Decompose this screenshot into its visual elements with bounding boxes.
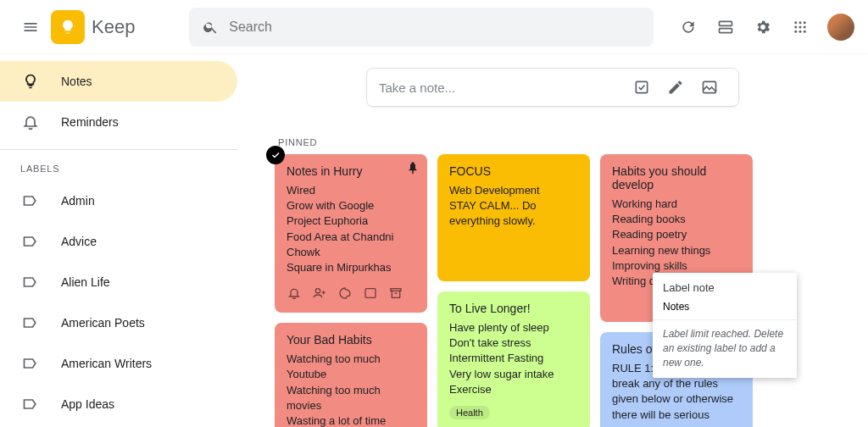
label-search-input[interactable] <box>663 301 790 313</box>
lightbulb-icon <box>20 71 41 92</box>
label-chip[interactable]: Health <box>449 406 490 419</box>
pin-icon[interactable] <box>405 161 420 176</box>
select-check-icon[interactable] <box>266 146 285 164</box>
svg-point-8 <box>794 30 797 32</box>
svg-point-7 <box>804 25 806 28</box>
svg-point-10 <box>804 30 806 32</box>
new-list-icon[interactable] <box>625 70 659 104</box>
list-view-icon[interactable] <box>709 10 743 44</box>
note-title: Your Bad Habits <box>287 333 415 347</box>
sidebar-label: Reminders <box>61 115 119 129</box>
sidebar-label: Alien Life <box>61 275 110 289</box>
sidebar-item-label[interactable]: American Poets <box>0 302 237 343</box>
svg-point-3 <box>799 21 802 24</box>
main-menu-icon[interactable] <box>14 10 47 44</box>
sidebar-item-label[interactable]: Admin <box>0 180 237 221</box>
header-actions <box>671 10 854 44</box>
note-title: Habits you should develop <box>612 164 741 191</box>
sidebar-item-notes[interactable]: Notes <box>0 61 237 102</box>
note-title: Notes in Hurry <box>287 164 415 178</box>
labels-header: LABELS <box>0 150 237 180</box>
search-icon <box>203 19 219 36</box>
note-card[interactable]: Your Bad Habits Watching too much Youtub… <box>275 323 427 427</box>
apps-icon[interactable] <box>783 10 817 44</box>
label-limit-message: Label limit reached. Delete an existing … <box>653 319 797 378</box>
take-note-bar[interactable]: Take a note... <box>366 68 739 107</box>
svg-point-2 <box>794 21 797 24</box>
label-icon <box>20 353 41 374</box>
label-note-popup: Label note Label limit reached. Delete a… <box>653 273 797 378</box>
note-title: FOCUS <box>449 164 578 178</box>
label-popup-title: Label note <box>653 273 797 297</box>
note-card[interactable]: FOCUS Web Development STAY CALM... Do ev… <box>437 154 590 281</box>
note-body: Wired Grow with Google Project Euphoria … <box>287 183 415 275</box>
note-card[interactable]: Notes in Hurry Wired Grow with Google Pr… <box>275 154 427 313</box>
new-image-icon[interactable] <box>693 70 726 104</box>
sidebar-item-label[interactable]: Alien Life <box>0 262 237 302</box>
label-icon <box>20 313 41 333</box>
sidebar-item-reminders[interactable]: Reminders <box>0 102 237 142</box>
archive-icon[interactable] <box>388 286 403 301</box>
note-toolbar <box>287 286 415 301</box>
svg-rect-14 <box>365 289 376 298</box>
sidebar-item-label[interactable]: Advice <box>0 221 237 262</box>
svg-point-6 <box>799 25 802 28</box>
sidebar-label: Notes <box>61 75 92 88</box>
sidebar-label: American Writers <box>61 357 152 370</box>
label-icon <box>20 191 41 211</box>
search-input[interactable] <box>229 19 640 35</box>
sidebar-label: Advice <box>61 235 97 248</box>
refresh-icon[interactable] <box>671 10 705 44</box>
keep-logo[interactable] <box>51 10 85 44</box>
svg-rect-1 <box>720 28 732 32</box>
take-note-placeholder: Take a note... <box>379 80 625 95</box>
svg-rect-15 <box>391 289 401 291</box>
remind-icon[interactable] <box>287 286 302 301</box>
sidebar-item-label[interactable]: App Ideas <box>0 384 237 424</box>
note-title: To Live Longer! <box>449 302 578 315</box>
sidebar-item-label[interactable]: American Writers <box>0 343 237 384</box>
svg-point-4 <box>804 21 806 24</box>
header: Keep <box>0 0 868 54</box>
collaborator-icon[interactable] <box>312 286 327 301</box>
image-icon[interactable] <box>363 286 378 301</box>
app-name: Keep <box>92 16 135 38</box>
note-body: Watching too much Youtube Watching too m… <box>287 352 415 427</box>
main-content: Take a note... PINNED Notes in Hurry Wir… <box>237 54 868 427</box>
label-icon <box>20 394 41 414</box>
note-body: Have plenty of sleep Don't take stress I… <box>449 320 578 397</box>
palette-icon[interactable] <box>337 286 353 301</box>
sidebar-label: App Ideas <box>61 397 114 411</box>
svg-point-5 <box>794 25 797 28</box>
svg-point-9 <box>799 30 802 32</box>
note-card[interactable]: To Live Longer! Have plenty of sleep Don… <box>437 291 590 427</box>
sidebar: Notes Reminders LABELS Admin Advice Alie… <box>0 54 237 427</box>
search-bar[interactable] <box>189 8 654 47</box>
svg-point-13 <box>315 289 320 293</box>
pinned-label: PINNED <box>278 137 841 147</box>
label-icon <box>20 272 41 292</box>
settings-icon[interactable] <box>746 10 780 44</box>
account-avatar[interactable] <box>827 14 854 41</box>
svg-rect-11 <box>636 81 647 92</box>
note-body: Web Development STAY CALM... Do everythi… <box>449 183 578 230</box>
sidebar-label: American Poets <box>61 316 145 330</box>
new-drawing-icon[interactable] <box>659 70 693 104</box>
bell-icon <box>20 112 41 132</box>
label-icon <box>20 231 41 252</box>
sidebar-label: Admin <box>61 194 95 208</box>
svg-rect-0 <box>720 21 732 25</box>
